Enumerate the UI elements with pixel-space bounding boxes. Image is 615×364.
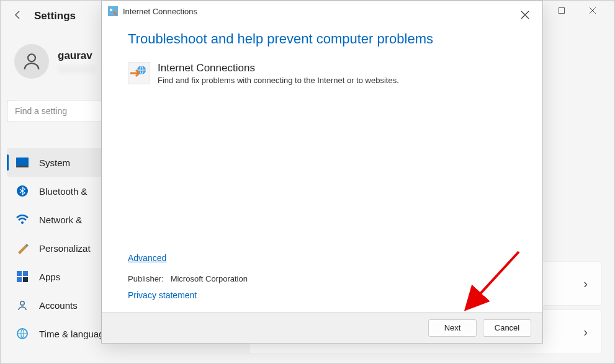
wifi-icon <box>16 213 29 226</box>
dialog-heading: Troubleshoot and help prevent computer p… <box>128 31 516 47</box>
sidebar-item-label: Network & <box>39 215 82 225</box>
svg-rect-5 <box>16 158 29 166</box>
privacy-statement-link[interactable]: Privacy statement <box>128 290 197 300</box>
sidebar-item-label: Bluetooth & <box>39 186 88 197</box>
paintbrush-icon <box>16 241 29 255</box>
troubleshooter-dialog: Internet Connections Troubleshoot and he… <box>101 1 543 344</box>
next-button[interactable]: Next <box>428 319 477 337</box>
internet-connections-icon <box>128 62 150 84</box>
troubleshoot-item-desc: Find and fix problems with connecting to… <box>158 76 399 85</box>
profile-email-blurred <box>58 65 95 73</box>
page-title: Settings <box>34 10 76 22</box>
svg-rect-9 <box>17 271 22 276</box>
svg-rect-6 <box>16 166 29 167</box>
person-icon <box>21 51 42 72</box>
sidebar-item-label: Accounts <box>39 300 78 311</box>
sidebar-item-label: System <box>39 158 70 168</box>
svg-point-8 <box>21 221 24 224</box>
svg-point-13 <box>20 301 24 305</box>
svg-rect-11 <box>17 277 22 282</box>
back-button[interactable] <box>13 10 23 22</box>
chevron-right-icon: › <box>583 325 588 339</box>
bluetooth-icon <box>16 184 29 198</box>
svg-rect-12 <box>23 277 28 282</box>
avatar <box>14 44 49 79</box>
sidebar-item-label: Time & language <box>39 329 109 339</box>
close-icon <box>589 7 596 14</box>
settings-header: Settings <box>13 10 76 22</box>
troubleshoot-item[interactable]: Internet Connections Find and fix proble… <box>128 62 516 85</box>
sidebar-item-label: Personalizat <box>39 243 91 254</box>
maximize-icon <box>558 7 565 14</box>
accounts-icon <box>16 298 29 312</box>
system-icon <box>16 156 29 169</box>
profile-name: gaurav <box>58 50 95 62</box>
advanced-link[interactable]: Advanced <box>128 253 166 263</box>
search-placeholder: Find a setting <box>15 106 67 116</box>
publisher-value: Microsoft Corporation <box>171 274 248 283</box>
close-window-button[interactable] <box>583 1 602 20</box>
publisher-row: Publisher: Microsoft Corporation <box>128 274 248 283</box>
maximize-button[interactable] <box>552 1 571 20</box>
chevron-right-icon: › <box>583 277 588 291</box>
apps-icon <box>16 270 29 283</box>
sidebar-item-label: Apps <box>39 272 60 282</box>
time-language-icon <box>16 327 29 340</box>
troubleshoot-item-title: Internet Connections <box>158 62 399 74</box>
back-arrow-icon <box>13 10 23 20</box>
svg-point-4 <box>28 54 35 61</box>
svg-rect-10 <box>23 271 28 276</box>
dialog-footer: Next Cancel <box>102 312 542 343</box>
cancel-button[interactable]: Cancel <box>483 319 531 337</box>
svg-rect-1 <box>559 8 565 14</box>
publisher-label: Publisher: <box>128 274 164 283</box>
